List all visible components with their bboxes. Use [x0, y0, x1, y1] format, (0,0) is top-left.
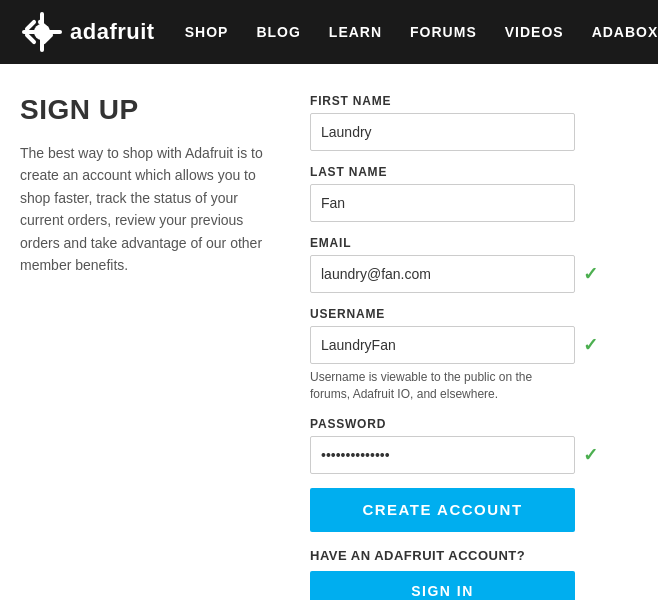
username-group: USERNAME ✓ Username is viewable to the p… — [310, 307, 638, 403]
svg-rect-3 — [22, 30, 40, 34]
email-input[interactable] — [310, 255, 575, 293]
page-description: The best way to shop with Adafruit is to… — [20, 142, 280, 276]
signup-form: FIRST NAME LAST NAME EMAIL ✓ USERNAME — [310, 94, 638, 600]
site-header: adafruit SHOP BLOG LEARN FORUMS VIDEOS A… — [0, 0, 658, 64]
last-name-row — [310, 184, 638, 222]
username-row: ✓ — [310, 326, 638, 364]
nav-adabox[interactable]: ADABOX — [592, 24, 658, 40]
logo-area[interactable]: adafruit — [20, 10, 155, 54]
last-name-input[interactable] — [310, 184, 575, 222]
first-name-row — [310, 113, 638, 151]
nav-shop[interactable]: SHOP — [185, 24, 229, 40]
password-group: PASSWORD ✓ — [310, 417, 638, 474]
logo-text: adafruit — [70, 19, 155, 45]
nav-blog[interactable]: BLOG — [256, 24, 300, 40]
nav-videos[interactable]: VIDEOS — [505, 24, 564, 40]
left-panel: SIGN UP The best way to shop with Adafru… — [20, 94, 280, 600]
last-name-group: LAST NAME — [310, 165, 638, 222]
username-check-icon: ✓ — [583, 334, 598, 356]
email-group: EMAIL ✓ — [310, 236, 638, 293]
username-label: USERNAME — [310, 307, 638, 321]
email-check-icon: ✓ — [583, 263, 598, 285]
create-account-button[interactable]: CREATE ACCOUNT — [310, 488, 575, 532]
password-check-icon: ✓ — [583, 444, 598, 466]
logo-icon — [20, 10, 64, 54]
have-account-label: HAVE AN ADAFRUIT ACCOUNT? — [310, 548, 638, 563]
main-content: SIGN UP The best way to shop with Adafru… — [0, 64, 658, 600]
nav-learn[interactable]: LEARN — [329, 24, 382, 40]
email-row: ✓ — [310, 255, 638, 293]
password-input[interactable] — [310, 436, 575, 474]
page-title: SIGN UP — [20, 94, 280, 126]
nav-forums[interactable]: FORUMS — [410, 24, 477, 40]
username-input[interactable] — [310, 326, 575, 364]
first-name-group: FIRST NAME — [310, 94, 638, 151]
first-name-label: FIRST NAME — [310, 94, 638, 108]
email-label: EMAIL — [310, 236, 638, 250]
first-name-input[interactable] — [310, 113, 575, 151]
username-hint: Username is viewable to the public on th… — [310, 369, 575, 403]
password-row: ✓ — [310, 436, 638, 474]
sign-in-button[interactable]: SIGN IN — [310, 571, 575, 600]
last-name-label: LAST NAME — [310, 165, 638, 179]
password-label: PASSWORD — [310, 417, 638, 431]
main-nav: SHOP BLOG LEARN FORUMS VIDEOS ADABOX — [185, 24, 658, 40]
